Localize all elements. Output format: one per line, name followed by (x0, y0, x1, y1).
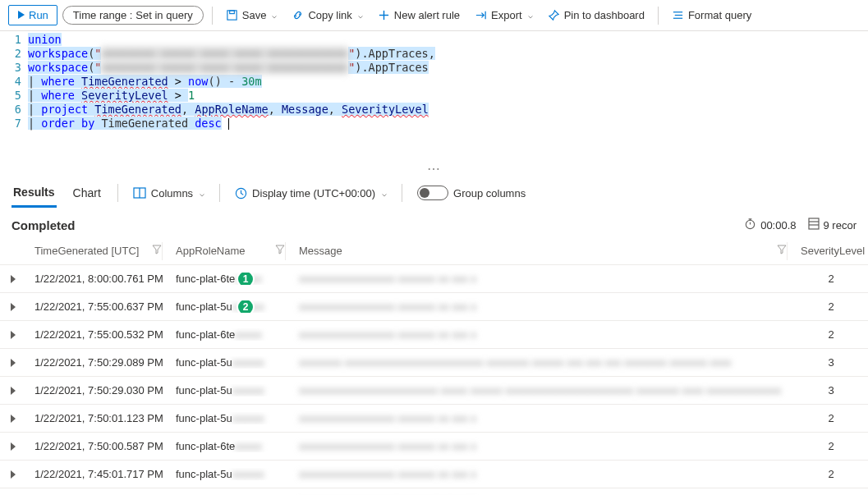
cell-sev: 2 (794, 300, 868, 313)
expand-row-button[interactable] (0, 331, 28, 339)
pin-label: Pin to dashboard (564, 9, 645, 21)
cell-app: func-plat-5uxxxxxx 2 (169, 300, 292, 313)
timer-value: 00:00.8 (760, 219, 796, 231)
cell-sev: 3 (794, 384, 868, 396)
cell-app: func-plat-6texxxxx 1 (169, 273, 292, 285)
format-label: Format query (688, 9, 751, 21)
cell-time: 1/22/2021, 8:00:00.761 PM (28, 273, 169, 285)
table-row[interactable]: 1/22/2021, 8:00:00.761 PM func-plat-6tex… (0, 265, 868, 293)
expand-row-button[interactable] (0, 303, 28, 311)
expand-row-button[interactable] (0, 415, 28, 423)
cell-sev: 2 (794, 412, 868, 424)
table-row[interactable]: 1/22/2021, 7:55:00.532 PM func-plat-6tex… (0, 321, 868, 349)
table-row[interactable]: 1/22/2021, 7:45:01.717 PM func-plat-5uxx… (0, 461, 868, 488)
tab-results[interactable]: Results (11, 179, 57, 208)
expand-row-button[interactable] (0, 442, 28, 451)
timerange-prefix: Time range : (73, 9, 133, 21)
th-sev[interactable]: SeverityLevel (801, 245, 865, 257)
cell-time: 1/22/2021, 7:45:01.717 PM (28, 468, 169, 480)
resize-handle[interactable]: ⋯ (0, 154, 868, 176)
pin-icon (548, 9, 560, 21)
svg-marker-0 (18, 11, 25, 19)
expand-row-button[interactable] (0, 275, 28, 283)
filter-icon[interactable] (152, 245, 162, 257)
copylink-label: Copy link (308, 9, 351, 21)
table-body: 1/22/2021, 8:00:00.761 PM func-plat-6tex… (0, 265, 868, 495)
line-gutter: 1234567 (0, 33, 28, 146)
columns-label: Columns (151, 187, 193, 199)
cell-sev: 2 (794, 468, 868, 480)
filter-icon[interactable] (777, 245, 787, 257)
columns-icon (133, 187, 146, 199)
cell-msg: xxxxxxxxxxxxxxxxxxxxxxxxxx xxxxx xxxxxx … (292, 384, 794, 396)
table-row[interactable]: 1/22/2021, 7:50:00.587 PM func-plat-6tex… (0, 433, 868, 461)
svg-marker-19 (11, 387, 16, 395)
cell-sev: 2 (794, 273, 868, 285)
export-button[interactable]: Export ⌵ (470, 6, 538, 25)
th-time[interactable]: TimeGenerated [UTC] (34, 245, 139, 257)
export-label: Export (491, 9, 522, 21)
svg-rect-2 (229, 11, 234, 14)
run-button[interactable]: Run (8, 5, 57, 25)
th-msg[interactable]: Message (299, 245, 342, 257)
chevron-down-icon: ⌵ (528, 11, 533, 20)
th-app[interactable]: AppRoleName (176, 245, 246, 257)
table-row[interactable]: 1/22/2021, 7:50:29.030 PM func-plat-5uxx… (0, 377, 868, 405)
cell-msg: xxxxxxxxxxxxxxxxxx xxxxxxx xx xxx x (292, 328, 794, 341)
filter-icon[interactable] (275, 245, 285, 257)
code-area[interactable]: unionworkspace("xxxxxxxx xxxxx xxxx xxxx… (28, 33, 868, 146)
cell-time: 1/22/2021, 7:55:00.637 PM (28, 300, 169, 313)
export-icon (475, 9, 487, 21)
pin-button[interactable]: Pin to dashboard (543, 6, 650, 25)
columns-button[interactable]: Columns ⌵ (133, 187, 204, 199)
expand-row-button[interactable] (0, 359, 28, 367)
status-bar: Completed 00:00.8 9 recor (0, 209, 868, 237)
results-toolbar: Results Chart Columns ⌵ Display time (UT… (0, 176, 868, 209)
top-toolbar: Run Time range : Set in query Save ⌵ Cop… (0, 0, 868, 31)
copy-link-button[interactable]: Copy link ⌵ (287, 6, 367, 25)
time-range-selector[interactable]: Time range : Set in query (62, 6, 204, 25)
cell-msg: xxxxxxxxxxxxxxxxxx xxxxxxx xx xxx x (292, 468, 794, 480)
clock-icon (235, 187, 247, 199)
displaytime-label: Display time (UTC+00:00) (252, 187, 375, 199)
status-completed: Completed (11, 218, 76, 232)
svg-marker-16 (11, 303, 16, 311)
query-editor[interactable]: 1234567 unionworkspace("xxxxxxxx xxxxx x… (0, 31, 868, 154)
save-label: Save (242, 9, 267, 21)
expand-row-button[interactable] (0, 470, 28, 479)
query-timer: 00:00.8 (744, 218, 796, 232)
chevron-down-icon: ⌵ (382, 189, 387, 198)
display-time-button[interactable]: Display time (UTC+00:00) ⌵ (235, 187, 387, 199)
divider (658, 7, 659, 25)
tab-chart[interactable]: Chart (71, 180, 103, 206)
format-query-button[interactable]: Format query (667, 6, 756, 25)
save-button[interactable]: Save ⌵ (221, 6, 282, 25)
cell-msg: xxxxxxxxxxxxxxxxxx xxxxxxx xx xxx x (292, 440, 794, 452)
table-row[interactable]: 1/22/2021, 7:50:29.089 PM func-plat-5uxx… (0, 349, 868, 377)
chevron-down-icon: ⌵ (272, 11, 277, 20)
table-row[interactable]: 1/22/2021, 7:45:01.498 PM func-plat-6tex… (0, 488, 868, 495)
cell-time: 1/22/2021, 7:50:00.587 PM (28, 440, 169, 452)
row-badge: 1 (237, 273, 255, 285)
save-icon (226, 9, 238, 21)
table-row[interactable]: 1/22/2021, 7:50:01.123 PM func-plat-5uxx… (0, 405, 868, 433)
row-badge: 2 (237, 300, 255, 313)
table-row[interactable]: 1/22/2021, 7:55:00.637 PM func-plat-5uxx… (0, 293, 868, 321)
svg-marker-20 (11, 415, 16, 423)
cell-time: 1/22/2021, 7:50:29.030 PM (28, 384, 169, 396)
svg-marker-21 (11, 442, 16, 451)
cell-app: func-plat-6texxxxx (169, 440, 292, 452)
toggle-switch[interactable] (417, 186, 448, 200)
svg-marker-18 (11, 359, 16, 367)
cell-msg: xxxxxxxxxxxxxxxxxx xxxxxxx xx xxx x (292, 300, 794, 313)
record-label: 9 recor (824, 219, 857, 231)
expand-row-button[interactable] (0, 387, 28, 395)
cell-msg: xxxxxxxxxxxxxxxxxx xxxxxxx xx xxx x (292, 273, 794, 285)
format-icon (672, 9, 684, 21)
groupcols-label: Group columns (453, 187, 526, 199)
svg-rect-12 (809, 218, 819, 229)
cell-time: 1/22/2021, 7:50:01.123 PM (28, 412, 169, 424)
group-columns-toggle[interactable]: Group columns (417, 186, 526, 200)
table-header: TimeGenerated [UTC] AppRoleName Message … (0, 237, 868, 265)
new-alert-button[interactable]: New alert rule (373, 6, 465, 25)
